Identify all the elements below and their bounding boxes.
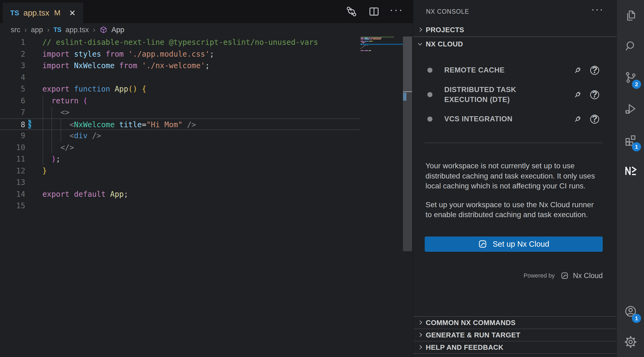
explorer-icon[interactable] — [617, 4, 644, 27]
source-control-icon[interactable]: 2 — [617, 66, 644, 89]
open-changes-icon[interactable] — [345, 5, 358, 18]
nx-console-icon[interactable] — [617, 159, 644, 182]
gutter — [25, 48, 42, 60]
nx-cloud-icon — [478, 239, 487, 249]
line-number[interactable]: 4 — [0, 72, 25, 83]
line-number[interactable]: 6 — [0, 95, 25, 107]
line-number[interactable]: 10 — [0, 142, 25, 154]
gutter — [25, 200, 42, 212]
panel-more-actions-icon[interactable]: ··· — [591, 8, 604, 15]
line-number[interactable]: 14 — [0, 188, 25, 200]
nx-cloud-body: REMOTE CACHE ? DISTRIBUTED TASK EXECUTIO… — [413, 51, 617, 280]
code-line[interactable]: 5export function App() { — [0, 83, 361, 95]
line-number[interactable]: 11 — [0, 153, 25, 165]
section-projects[interactable]: PROJECTS — [413, 23, 617, 37]
extensions-icon[interactable]: 1 — [617, 128, 644, 151]
panel-section-header[interactable]: COMMON NX COMMANDS — [413, 317, 617, 329]
connect-plug-icon[interactable] — [572, 114, 583, 125]
minimap[interactable] — [361, 37, 403, 224]
tab-app-tsx[interactable]: TS app.tsx M ✕ — [3, 3, 83, 23]
code-line[interactable]: 7 <> — [0, 107, 361, 118]
code-line[interactable]: 9 <div /> — [0, 130, 361, 142]
nx-cloud-feature-row: REMOTE CACHE ? — [413, 58, 617, 82]
section-label: NX CLOUD — [426, 40, 463, 48]
panel-section-header[interactable]: GENERATE & RUN TARGET — [413, 329, 617, 341]
settings-gear-icon[interactable] — [617, 330, 644, 354]
line-number[interactable]: 8 — [0, 119, 25, 130]
setup-nx-cloud-button[interactable]: Set up Nx Cloud — [425, 236, 603, 252]
code-text: import NxWelcome from './nx-welcome'; — [42, 60, 361, 72]
code-line[interactable]: 4 — [0, 72, 361, 83]
setup-hint-text: Set up your workspace to use the Nx Clou… — [425, 200, 601, 220]
chevron-right-icon — [418, 345, 422, 349]
code-text: </> — [42, 142, 361, 154]
line-number[interactable]: 1 — [0, 37, 25, 48]
code-text — [42, 200, 361, 212]
line-number[interactable]: 9 — [0, 130, 25, 142]
setup-button-label: Set up Nx Cloud — [493, 240, 549, 249]
indent-guide — [51, 107, 52, 154]
code-line[interactable]: 8 <NxWelcome title="Hi Mom" /> — [0, 118, 361, 130]
breadcrumb-file[interactable]: app.tsx — [65, 26, 89, 34]
svg-text:?: ? — [592, 65, 597, 75]
code-line[interactable]: 2import styles from './app.module.css'; — [0, 48, 361, 60]
line-number[interactable]: 15 — [0, 200, 25, 212]
close-tab-icon[interactable]: ✕ — [69, 8, 76, 18]
section-nx-cloud[interactable]: NX CLOUD — [413, 37, 617, 51]
code-line[interactable]: 14export default App; — [0, 188, 361, 200]
gutter — [25, 119, 42, 130]
help-question-icon[interactable]: ? — [589, 65, 600, 76]
panel-section-header[interactable]: HELP AND FEEDBACK — [413, 341, 617, 354]
chevron-right-icon — [418, 333, 422, 337]
section-label: PROJECTS — [426, 26, 464, 34]
search-icon[interactable] — [617, 35, 644, 58]
breadcrumb-app[interactable]: app — [31, 26, 43, 34]
connect-plug-icon[interactable] — [572, 89, 583, 100]
help-question-icon[interactable]: ? — [589, 89, 600, 100]
code-line[interactable]: 10 </> — [0, 142, 361, 154]
gutter — [25, 165, 42, 177]
split-editor-icon[interactable] — [367, 5, 381, 18]
line-number[interactable]: 12 — [0, 165, 25, 177]
source-control-badge: 2 — [632, 80, 641, 89]
powered-by-label: Powered by — [524, 272, 555, 279]
line-number[interactable]: 3 — [0, 60, 25, 72]
line-number[interactable]: 13 — [0, 177, 25, 188]
gutter — [25, 153, 42, 165]
line-number[interactable]: 5 — [0, 83, 25, 95]
nx-console-panel: NX CONSOLE ··· PROJECTS NX CLOUD REMOTE … — [413, 0, 617, 357]
code-text: export function App() { — [42, 83, 361, 95]
help-question-icon[interactable]: ? — [589, 114, 600, 125]
code-line[interactable]: 13 — [0, 177, 361, 188]
gutter — [25, 60, 42, 72]
scrollbar-slider[interactable] — [403, 37, 412, 92]
code-line[interactable]: 11 ); — [0, 153, 361, 165]
code-text: import styles from './app.module.css'; — [42, 48, 361, 60]
code-text: ); — [42, 153, 361, 165]
connect-plug-icon[interactable] — [572, 65, 583, 76]
code-text: export default App; — [42, 188, 361, 200]
editor-scrollbar[interactable] — [403, 37, 412, 251]
panel-title: NX CONSOLE — [426, 8, 469, 15]
line-number[interactable]: 2 — [0, 48, 25, 60]
breadcrumb-symbol[interactable]: App — [112, 26, 124, 34]
more-actions-icon[interactable]: ··· — [390, 5, 403, 18]
code-line[interactable]: 15 — [0, 200, 361, 212]
code-line[interactable]: 12} — [0, 165, 361, 177]
code-line[interactable]: 6 return ( — [0, 95, 361, 107]
editor-group: TS app.tsx M ✕ — [0, 0, 413, 357]
code-line[interactable]: 1// eslint-disable-next-line @typescript… — [0, 37, 361, 48]
section-label: GENERATE & RUN TARGET — [426, 331, 520, 339]
line-number[interactable]: 7 — [0, 107, 25, 118]
bottom-sections: COMMON NX COMMANDS GENERATE & RUN TARGET… — [413, 316, 617, 354]
activity-bar: 2 1 1 — [617, 0, 644, 357]
workspace-status-text: Your workspace is not currently set up t… — [425, 161, 601, 191]
code-editor[interactable]: 1// eslint-disable-next-line @typescript… — [0, 37, 413, 357]
powered-by-row: Powered by Nx Cloud — [413, 272, 617, 280]
breadcrumb: src › app › TS app.tsx › App — [0, 23, 413, 37]
run-debug-icon[interactable] — [617, 97, 644, 121]
account-icon[interactable]: 1 — [617, 300, 644, 323]
scrollbar-separator — [403, 91, 412, 92]
code-line[interactable]: 3import NxWelcome from './nx-welcome'; — [0, 60, 361, 72]
breadcrumb-src[interactable]: src — [11, 26, 20, 34]
